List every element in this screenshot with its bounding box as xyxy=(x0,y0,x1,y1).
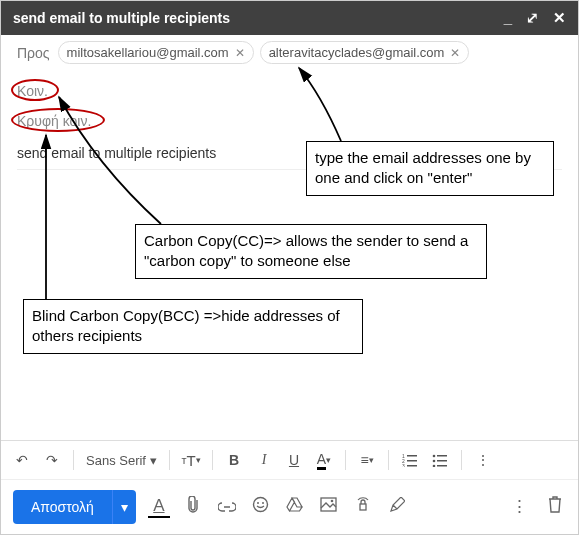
image-icon[interactable] xyxy=(318,497,340,517)
emoji-icon[interactable] xyxy=(250,496,272,518)
send-button[interactable]: Αποστολή xyxy=(13,490,112,524)
svg-point-12 xyxy=(254,498,268,512)
attach-icon[interactable] xyxy=(182,496,204,519)
pen-icon[interactable] xyxy=(386,497,408,518)
drive-icon[interactable] xyxy=(284,497,306,517)
separator xyxy=(461,450,462,470)
more-options-icon[interactable]: ⋮ xyxy=(508,496,530,518)
svg-point-6 xyxy=(433,455,436,458)
svg-point-8 xyxy=(433,460,436,463)
separator xyxy=(345,450,346,470)
to-label: Προς xyxy=(17,45,50,61)
expand-icon[interactable]: ⤢ xyxy=(526,9,539,27)
more-format-button[interactable]: ⋮ xyxy=(470,447,496,473)
italic-button[interactable]: I xyxy=(251,447,277,473)
format-toolbar: ↶ ↷ Sans Serif ▾ тT▾ B I U A▾ ≡▾ 123 xyxy=(1,441,578,480)
annotation-type-emails: type the email addresses one by one and … xyxy=(306,141,554,196)
svg-rect-5 xyxy=(407,465,417,467)
send-options-button[interactable]: ▾ xyxy=(112,490,136,524)
link-icon[interactable] xyxy=(216,497,238,517)
separator xyxy=(212,450,213,470)
to-row[interactable]: Προς miltosakellariou@gmail.com ✕ altera… xyxy=(1,35,578,70)
svg-rect-11 xyxy=(437,465,447,467)
svg-point-14 xyxy=(262,502,264,504)
toolbar-area: ↶ ↷ Sans Serif ▾ тT▾ B I U A▾ ≡▾ 123 xyxy=(1,440,578,534)
align-button[interactable]: ≡▾ xyxy=(354,447,380,473)
separator xyxy=(169,450,170,470)
window-titlebar: send email to multiple recipients _ ⤢ ✕ xyxy=(1,1,578,35)
cc-label[interactable]: Κοιν. xyxy=(17,83,48,99)
underline-button[interactable]: U xyxy=(281,447,307,473)
svg-point-16 xyxy=(331,500,334,503)
text-color-button[interactable]: A▾ xyxy=(311,447,337,473)
svg-point-13 xyxy=(257,502,259,504)
chevron-down-icon: ▾ xyxy=(150,453,157,468)
font-name: Sans Serif xyxy=(86,453,146,468)
bold-button[interactable]: B xyxy=(221,447,247,473)
recipient-email: alteravitacyclades@gmail.com xyxy=(269,45,445,60)
svg-rect-3 xyxy=(407,460,417,462)
svg-rect-1 xyxy=(407,455,417,457)
window-title: send email to multiple recipients xyxy=(13,10,230,26)
recipient-chip[interactable]: alteravitacyclades@gmail.com ✕ xyxy=(260,41,470,64)
confidential-icon[interactable] xyxy=(352,497,374,517)
redo-button[interactable]: ↷ xyxy=(39,447,65,473)
minimize-icon[interactable]: _ xyxy=(504,9,512,27)
recipient-chip[interactable]: miltosakellariou@gmail.com ✕ xyxy=(58,41,254,64)
compose-body: Προς miltosakellariou@gmail.com ✕ altera… xyxy=(1,35,578,440)
svg-text:3: 3 xyxy=(402,463,405,467)
undo-button[interactable]: ↶ xyxy=(9,447,35,473)
svg-rect-17 xyxy=(360,504,366,510)
annotation-bcc: Blind Carbon Copy(BCC) =>hide addresses … xyxy=(23,299,363,354)
bullet-list-button[interactable] xyxy=(427,447,453,473)
font-family-select[interactable]: Sans Serif ▾ xyxy=(82,453,161,468)
numbered-list-button[interactable]: 123 xyxy=(397,447,423,473)
close-icon[interactable]: ✕ xyxy=(553,9,566,27)
action-bar: Αποστολή ▾ A xyxy=(1,480,578,534)
separator xyxy=(388,450,389,470)
annotation-cc: Carbon Copy(CC)=> allows the sender to s… xyxy=(135,224,487,279)
recipient-email: miltosakellariou@gmail.com xyxy=(67,45,229,60)
svg-point-10 xyxy=(433,465,436,467)
format-toggle-icon[interactable]: A xyxy=(148,496,170,518)
font-size-button[interactable]: тT▾ xyxy=(178,447,204,473)
svg-rect-9 xyxy=(437,460,447,462)
trash-icon[interactable] xyxy=(544,496,566,518)
svg-rect-7 xyxy=(437,455,447,457)
remove-chip-icon[interactable]: ✕ xyxy=(235,46,245,60)
remove-chip-icon[interactable]: ✕ xyxy=(450,46,460,60)
bcc-label[interactable]: Κρυφή κοιν. xyxy=(17,113,91,129)
separator xyxy=(73,450,74,470)
